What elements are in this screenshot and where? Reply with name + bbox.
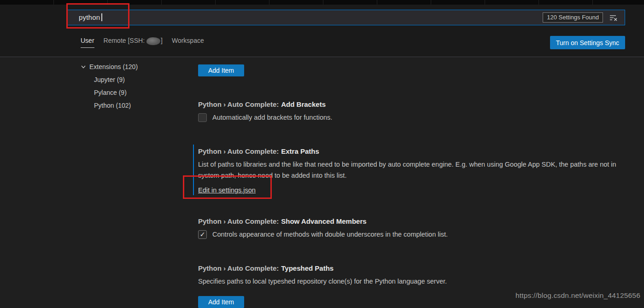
text-cursor <box>101 13 102 21</box>
setting-title: Python › Auto Complete:Add Brackets <box>198 100 616 109</box>
setting-description: Specifies paths to local typeshed reposi… <box>198 276 616 287</box>
redacted-scribble <box>146 37 160 45</box>
settings-header: python 120 Settings Found <box>0 5 644 57</box>
settings-toc: Extensions (120) Jupyter (9) Pylance (9)… <box>75 60 190 112</box>
settings-content: Add Item Python › Auto Complete:Add Brac… <box>198 64 616 308</box>
setting-name: Add Brackets <box>281 100 326 108</box>
setting-description: Automatically add brackets for functions… <box>212 112 332 123</box>
tab-workspace-label: Workspace <box>172 37 204 44</box>
setting-category: Python › Auto Complete: <box>198 217 279 225</box>
watermark-text: https://blog.csdn.net/weixin_44125656 <box>515 291 640 300</box>
setting-description: Controls appearance of methods with doub… <box>212 229 448 240</box>
clear-filter-icon <box>609 14 618 22</box>
settings-search-input[interactable]: python 120 Settings Found <box>67 10 625 25</box>
toc-item-jupyter[interactable]: Jupyter (9) <box>75 73 190 86</box>
setting-row-add-brackets: Python › Auto Complete:Add Brackets Auto… <box>198 100 616 123</box>
toc-item-count: (9) <box>119 89 127 96</box>
setting-name: Extra Paths <box>281 147 319 155</box>
setting-title: Python › Auto Complete:Typeshed Paths <box>198 264 616 273</box>
toc-item-extensions[interactable]: Extensions (120) <box>75 60 190 73</box>
add-item-button[interactable]: Add Item <box>198 296 244 308</box>
vscode-settings-window: python 120 Settings Found <box>0 0 644 308</box>
check-icon: ✓ <box>200 231 205 238</box>
search-query-text: python <box>79 13 102 21</box>
toc-item-label: Jupyter <box>94 76 115 83</box>
tab-remote-ssh[interactable]: Remote [SSH: ] <box>104 37 163 47</box>
turn-on-settings-sync-button[interactable]: Turn on Settings Sync <box>550 36 625 49</box>
tab-user-label: User <box>81 37 94 44</box>
checkbox-unchecked[interactable] <box>198 113 207 122</box>
setting-row-show-advanced-members: Python › Auto Complete:Show Advanced Mem… <box>198 217 616 240</box>
toc-item-python[interactable]: Python (102) <box>75 99 190 112</box>
settings-scope-tabs: User Remote [SSH: ] Workspace <box>81 37 204 48</box>
setting-control: ✓ Controls appearance of methods with do… <box>198 229 616 240</box>
setting-description: List of paths to libraries and the like … <box>198 159 616 181</box>
toc-item-label: Extensions <box>89 63 121 70</box>
editor-tabs-strip <box>0 0 644 5</box>
setting-control: Automatically add brackets for functions… <box>198 112 616 123</box>
setting-category: Python › Auto Complete: <box>198 100 279 108</box>
toc-item-label: Python <box>94 102 114 109</box>
toc-item-count: (102) <box>116 102 131 109</box>
setting-row-partial: Add Item <box>198 64 616 76</box>
setting-name: Show Advanced Members <box>281 217 366 225</box>
setting-category: Python › Auto Complete: <box>198 147 279 155</box>
setting-title: Python › Auto Complete:Show Advanced Mem… <box>198 217 616 226</box>
toc-item-label: Pylance <box>94 89 117 96</box>
tab-user[interactable]: User <box>81 37 94 48</box>
edit-in-settings-json-link[interactable]: Edit in settings.json <box>198 186 256 194</box>
setting-name: Typeshed Paths <box>281 264 334 272</box>
toc-item-pylance[interactable]: Pylance (9) <box>75 86 190 99</box>
settings-count-badge: 120 Settings Found <box>543 12 603 23</box>
settings-scope-tabs-row: User Remote [SSH: ] Workspace Turn on Se… <box>0 31 644 52</box>
clear-search-filters-button[interactable] <box>609 14 618 22</box>
checkbox-checked[interactable]: ✓ <box>198 230 207 239</box>
setting-category: Python › Auto Complete: <box>198 264 279 272</box>
toc-item-count: (120) <box>123 63 138 70</box>
tab-remote-label: Remote [SSH: <box>104 37 145 44</box>
toc-item-count: (9) <box>117 76 125 83</box>
setting-row-typeshed-paths: Python › Auto Complete:Typeshed Paths Sp… <box>198 264 616 308</box>
setting-row-extra-paths: Python › Auto Complete:Extra Paths List … <box>198 147 616 194</box>
tab-workspace[interactable]: Workspace <box>172 37 204 47</box>
setting-title: Python › Auto Complete:Extra Paths <box>198 147 616 156</box>
tab-remote-suffix: ] <box>161 37 163 44</box>
chevron-down-icon <box>81 64 86 70</box>
search-value: python <box>79 13 100 21</box>
add-item-button[interactable]: Add Item <box>198 64 244 76</box>
